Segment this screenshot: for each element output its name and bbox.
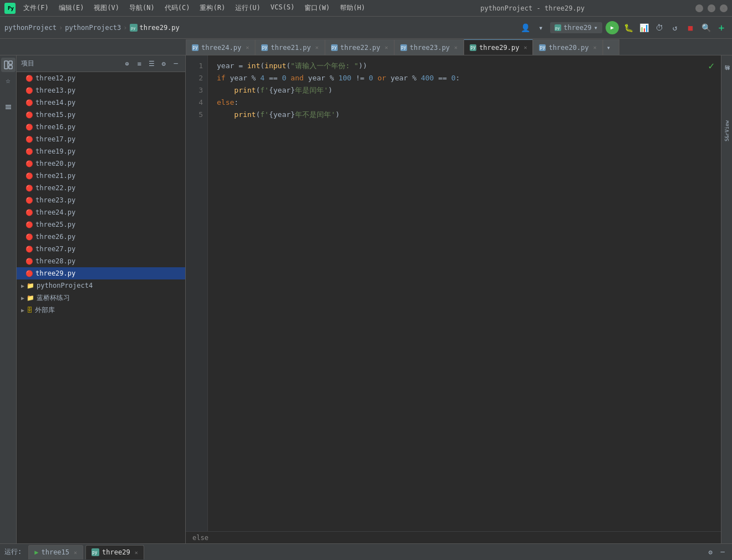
search-everywhere-button[interactable]: 🔍 bbox=[700, 22, 712, 34]
tab-close-icon[interactable]: ✕ bbox=[135, 549, 138, 556]
menu-code[interactable]: 代码(C) bbox=[160, 2, 195, 14]
run-tab-three15[interactable]: ▶ three15 ✕ bbox=[28, 545, 83, 559]
tree-filter-btn[interactable]: ☰ bbox=[146, 59, 156, 69]
run-tab-three29[interactable]: py three29 ✕ bbox=[85, 545, 144, 559]
tab-close-icon[interactable]: ✕ bbox=[74, 549, 77, 556]
tree-item[interactable]: 🔴 three25.py bbox=[17, 218, 185, 231]
tree-item-label: three23.py bbox=[35, 196, 75, 204]
breadcrumb-folder[interactable]: pythonProject3 bbox=[65, 24, 121, 32]
bookmarks-icon[interactable]: ☆ bbox=[1, 73, 16, 88]
tree-item-label: three14.py bbox=[35, 99, 75, 106]
tab-more[interactable]: ▾ bbox=[603, 39, 619, 55]
tab-three29[interactable]: py three29.py ✕ bbox=[464, 39, 533, 55]
git-panel-toggle[interactable]: S&rView bbox=[723, 114, 731, 147]
menu-run[interactable]: 运行(U) bbox=[231, 2, 265, 14]
tree-item[interactable]: 🔴 three12.py bbox=[17, 72, 185, 84]
tab-file-icon: py bbox=[539, 44, 546, 51]
maximize-button[interactable]: □ bbox=[708, 4, 715, 12]
tab-close-icon[interactable]: ✕ bbox=[454, 44, 458, 50]
tree-item[interactable]: 🔴 three23.py bbox=[17, 194, 185, 206]
right-sidebar: 结构 S&rView bbox=[721, 55, 732, 543]
tree-item[interactable]: 🔴 three26.py bbox=[17, 231, 185, 243]
debug-button[interactable]: 🐛 bbox=[622, 22, 634, 34]
tree-collapse-btn[interactable]: ⊕ bbox=[122, 59, 132, 69]
structure-icon[interactable] bbox=[1, 100, 16, 114]
dropdown-icon[interactable]: ▾ bbox=[535, 22, 547, 34]
menu-navigate[interactable]: 导航(N) bbox=[125, 2, 159, 14]
tab-file-icon: py bbox=[400, 44, 407, 51]
breadcrumb-project[interactable]: pythonProject bbox=[4, 24, 57, 32]
folder-icon: 📁 bbox=[27, 294, 34, 302]
menu-refactor[interactable]: 重构(R) bbox=[195, 2, 230, 14]
menu-help[interactable]: 帮助(H) bbox=[336, 2, 370, 14]
editor-tabs: py three24.py ✕ py three21.py ✕ py three… bbox=[0, 39, 732, 55]
tree-item[interactable]: 🔴 three14.py bbox=[17, 96, 185, 109]
tree-item-selected[interactable]: 🔴 three29.py bbox=[17, 267, 185, 279]
tree-item[interactable]: 🔴 three19.py bbox=[17, 145, 185, 157]
config-file-icon: py bbox=[555, 24, 561, 31]
py-file-icon: 🔴 bbox=[26, 258, 33, 265]
titlebar: Py 文件(F) 编辑(E) 视图(V) 导航(N) 代码(C) 重构(R) 运… bbox=[0, 0, 732, 17]
tree-folder-item[interactable]: ▶ 📁 蓝桥杯练习 bbox=[17, 292, 185, 304]
tab-close-icon[interactable]: ✕ bbox=[523, 44, 527, 50]
tree-folder-item[interactable]: ▶ 🗄 外部库 bbox=[17, 304, 185, 316]
svg-rect-8 bbox=[9, 65, 12, 69]
tab-three21[interactable]: py three21.py ✕ bbox=[255, 39, 324, 55]
external-libs-icon: 🗄 bbox=[27, 307, 33, 314]
tree-item[interactable]: 🔴 three20.py bbox=[17, 157, 185, 170]
py-file-icon: 🔴 bbox=[26, 87, 33, 94]
tab-three22[interactable]: py three22.py ✕ bbox=[325, 39, 394, 55]
tree-item[interactable]: 🔴 three13.py bbox=[17, 84, 185, 96]
profile-button[interactable]: ⏱ bbox=[653, 22, 665, 34]
py-file-icon: 🔴 bbox=[26, 270, 33, 277]
tree-item-label: 蓝桥杯练习 bbox=[37, 293, 70, 303]
run-config-arrow: ▾ bbox=[594, 24, 598, 32]
run-button[interactable]: ▶ bbox=[606, 21, 619, 34]
tree-item[interactable]: 🔴 three24.py bbox=[17, 206, 185, 218]
tree-settings-btn[interactable]: ⚙ bbox=[159, 59, 169, 69]
tab-file-icon: py bbox=[470, 44, 476, 51]
tree-item[interactable]: 🔴 three28.py bbox=[17, 255, 185, 267]
tree-item[interactable]: 🔴 three22.py bbox=[17, 182, 185, 194]
structure-panel-toggle[interactable]: 结构 bbox=[723, 58, 731, 91]
menu-view[interactable]: 视图(V) bbox=[89, 2, 124, 14]
minimize-panel-icon[interactable]: ─ bbox=[718, 547, 728, 557]
tab-three24[interactable]: py three24.py ✕ bbox=[186, 39, 255, 55]
tree-item[interactable]: 🔴 three21.py bbox=[17, 170, 185, 182]
tab-three20[interactable]: py three20.py ✕ bbox=[533, 39, 602, 55]
run-tab-label: three15 bbox=[41, 548, 69, 556]
tab-close-icon[interactable]: ✕ bbox=[593, 44, 597, 50]
minimize-button[interactable]: ─ bbox=[695, 4, 703, 12]
menu-edit[interactable]: 编辑(E) bbox=[54, 2, 89, 14]
tab-close-icon[interactable]: ✕ bbox=[385, 44, 388, 50]
code-content[interactable]: year = int(input("请输入一个年份: ")) if year %… bbox=[208, 55, 721, 531]
tab-close-icon[interactable]: ✕ bbox=[246, 44, 249, 50]
tree-item[interactable]: 🔴 three15.py bbox=[17, 109, 185, 121]
menu-file[interactable]: 文件(F) bbox=[19, 2, 53, 14]
tree-close-btn[interactable]: ─ bbox=[171, 59, 181, 69]
tree-item-label: three28.py bbox=[35, 257, 75, 265]
tab-file-icon: py bbox=[261, 44, 268, 51]
coverage-button[interactable]: 📊 bbox=[638, 22, 650, 34]
tab-three23[interactable]: py three23.py ✕ bbox=[394, 39, 464, 55]
code-line-4: else: bbox=[217, 96, 721, 109]
py-file-icon: 🔴 bbox=[26, 233, 33, 241]
menu-vcs[interactable]: VCS(S) bbox=[266, 2, 299, 14]
tree-item[interactable]: 🔴 three16.py bbox=[17, 121, 185, 133]
account-icon[interactable]: 👤 bbox=[519, 22, 531, 34]
menu-window[interactable]: 窗口(W) bbox=[300, 2, 334, 14]
tree-item[interactable]: 🔴 three27.py bbox=[17, 243, 185, 255]
tab-close-icon[interactable]: ✕ bbox=[316, 44, 319, 50]
add-button[interactable]: + bbox=[715, 22, 728, 34]
tree-item[interactable]: 🔴 three17.py bbox=[17, 133, 185, 145]
svg-text:py: py bbox=[555, 26, 560, 30]
run-config-selector[interactable]: py three29 ▾ bbox=[550, 22, 602, 33]
tree-folder-item[interactable]: ▶ 📁 pythonProject4 bbox=[17, 279, 185, 292]
code-editor[interactable]: 1 2 3 4 5 year = int(input("请输入一个年份: "))… bbox=[186, 55, 721, 531]
project-tree-toggle[interactable] bbox=[1, 58, 16, 72]
close-button[interactable]: ✕ bbox=[720, 4, 728, 12]
tree-sort-btn[interactable]: ≡ bbox=[134, 59, 144, 69]
refresh-button[interactable]: ↺ bbox=[669, 22, 681, 34]
stop-button[interactable]: ■ bbox=[684, 22, 697, 34]
settings-icon[interactable]: ⚙ bbox=[705, 547, 715, 557]
